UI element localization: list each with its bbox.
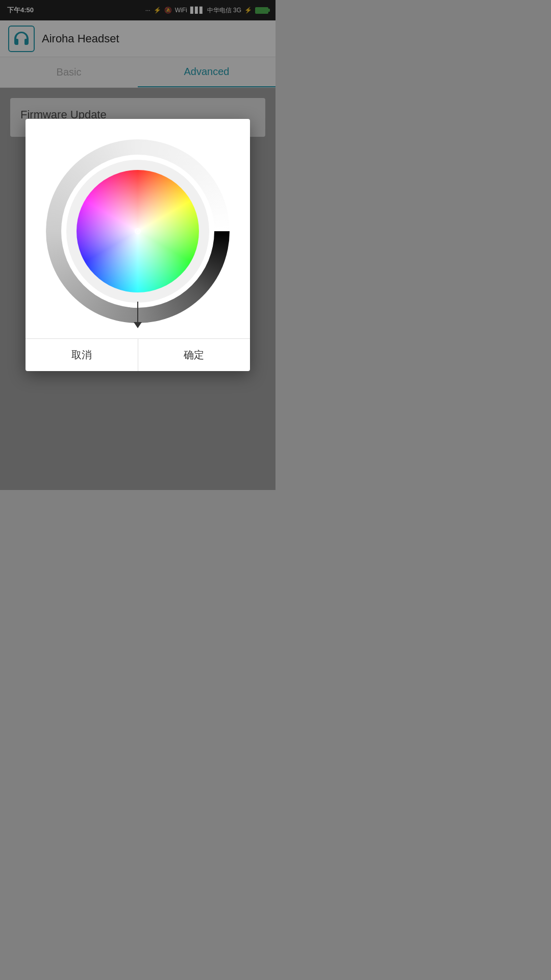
needle-pointer	[134, 302, 142, 328]
color-wheel[interactable]	[77, 170, 199, 292]
color-cursor	[135, 228, 141, 234]
needle-line	[137, 302, 138, 322]
dialog-overlay: 取消 确定	[0, 0, 276, 490]
color-picker-body	[26, 119, 250, 338]
dialog-buttons: 取消 确定	[26, 338, 250, 371]
confirm-button[interactable]: 确定	[138, 339, 251, 371]
cancel-button[interactable]: 取消	[26, 339, 138, 371]
needle-triangle	[134, 322, 142, 328]
color-wheel-container[interactable]	[46, 134, 230, 328]
color-picker-dialog: 取消 确定	[26, 119, 250, 371]
